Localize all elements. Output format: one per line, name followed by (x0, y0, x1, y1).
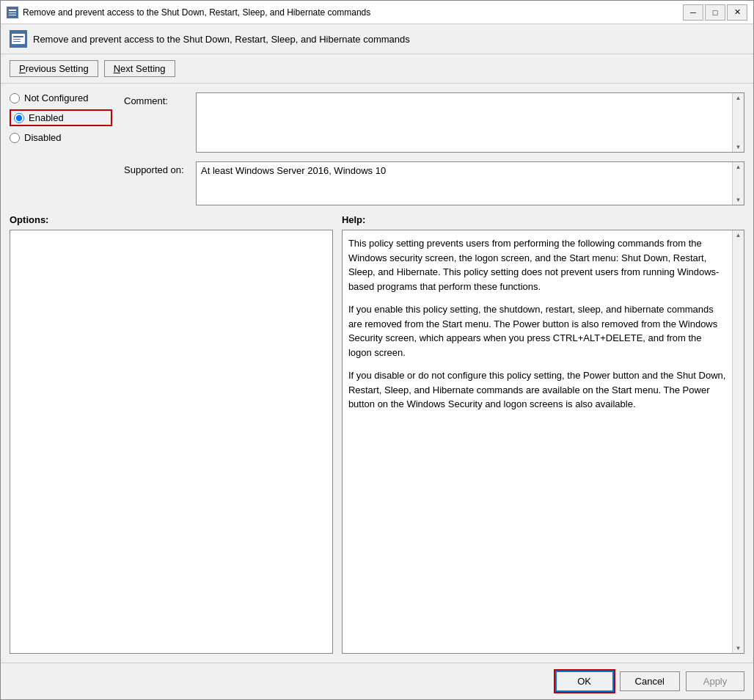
svg-rect-7 (13, 39, 21, 40)
title-bar: Remove and prevent access to the Shut Do… (1, 1, 753, 24)
help-box: This policy setting prevents users from … (342, 230, 744, 654)
options-box (10, 230, 333, 654)
comment-label: Comment: (124, 92, 190, 106)
ok-button[interactable]: OK (555, 671, 614, 692)
options-label: Options: (10, 214, 333, 225)
not-configured-label[interactable]: Not Configured (24, 92, 88, 103)
header-section: Remove and prevent access to the Shut Do… (1, 24, 753, 54)
window-controls: ─ □ ✕ (683, 4, 747, 21)
enabled-option[interactable]: Enabled (10, 109, 112, 126)
policy-icon (10, 30, 27, 48)
disabled-option[interactable]: Disabled (10, 132, 112, 143)
help-para-3: If you disable or do not configure this … (348, 368, 726, 412)
scroll-up-arrow: ▲ (736, 95, 742, 101)
comment-textarea[interactable] (197, 93, 732, 152)
window-title: Remove and prevent access to the Shut Do… (23, 7, 683, 18)
svg-rect-3 (9, 15, 16, 15)
not-configured-option[interactable]: Not Configured (10, 92, 112, 103)
window-icon (7, 7, 18, 18)
not-configured-radio[interactable] (10, 93, 20, 103)
help-content: This policy setting prevents users from … (343, 230, 732, 653)
close-button[interactable]: ✕ (727, 4, 747, 21)
scroll-up-arrow2: ▲ (736, 164, 742, 170)
disabled-label[interactable]: Disabled (24, 132, 62, 143)
previous-setting-label: Previous Setting (19, 63, 89, 74)
maximize-button[interactable]: □ (705, 4, 725, 21)
radio-group: Not Configured Enabled Disabled (10, 92, 112, 205)
footer: OK Cancel Apply (1, 663, 753, 699)
svg-rect-8 (13, 41, 21, 42)
header-title: Remove and prevent access to the Shut Do… (33, 34, 410, 45)
supported-value: At least Windows Server 2016, Windows 10 (197, 162, 732, 205)
cancel-button[interactable]: Cancel (620, 671, 680, 691)
enabled-label[interactable]: Enabled (29, 112, 64, 123)
supported-label: Supported on: (124, 161, 190, 175)
content-area: Not Configured Enabled Disabled Comment: (1, 84, 753, 663)
comment-row: Comment: ▲ ▼ (124, 92, 744, 153)
svg-rect-2 (9, 12, 16, 13)
help-para-1: This policy setting prevents users from … (348, 236, 726, 294)
enabled-radio[interactable] (14, 113, 24, 123)
disabled-radio[interactable] (10, 133, 20, 143)
supported-scrollbar: ▲ ▼ (732, 162, 744, 205)
help-label: Help: (342, 214, 744, 225)
next-setting-button[interactable]: Next Setting (104, 60, 175, 77)
svg-rect-1 (9, 10, 16, 11)
next-setting-label: Next Setting (114, 63, 166, 74)
scroll-down-arrow2: ▼ (736, 197, 742, 203)
svg-rect-6 (13, 36, 23, 37)
fields-section: Comment: ▲ ▼ Supported on: At least Wind… (124, 92, 744, 205)
comment-textarea-wrapper: ▲ ▼ (196, 92, 744, 153)
supported-wrapper: At least Windows Server 2016, Windows 10… (196, 161, 744, 205)
minimize-button[interactable]: ─ (683, 4, 703, 21)
options-panel: Options: (10, 214, 333, 654)
help-para-2: If you enable this policy setting, the s… (348, 302, 726, 360)
nav-section: Previous Setting Next Setting (1, 54, 753, 84)
apply-button[interactable]: Apply (686, 671, 744, 691)
help-panel: Help: This policy setting prevents users… (342, 214, 744, 654)
scroll-down-arrow: ▼ (736, 144, 742, 150)
comment-scrollbar: ▲ ▼ (732, 93, 744, 152)
help-scrollbar: ▲ ▼ (732, 230, 744, 653)
options-content (10, 230, 332, 653)
top-section: Not Configured Enabled Disabled Comment: (10, 92, 744, 205)
supported-row: Supported on: At least Windows Server 20… (124, 161, 744, 205)
help-scroll-down: ▼ (736, 645, 742, 652)
previous-setting-button[interactable]: Previous Setting (10, 60, 98, 77)
help-scroll-up: ▲ (736, 232, 742, 238)
main-panels: Options: Help: This policy setting preve… (10, 214, 744, 654)
main-window: Remove and prevent access to the Shut Do… (0, 0, 754, 700)
